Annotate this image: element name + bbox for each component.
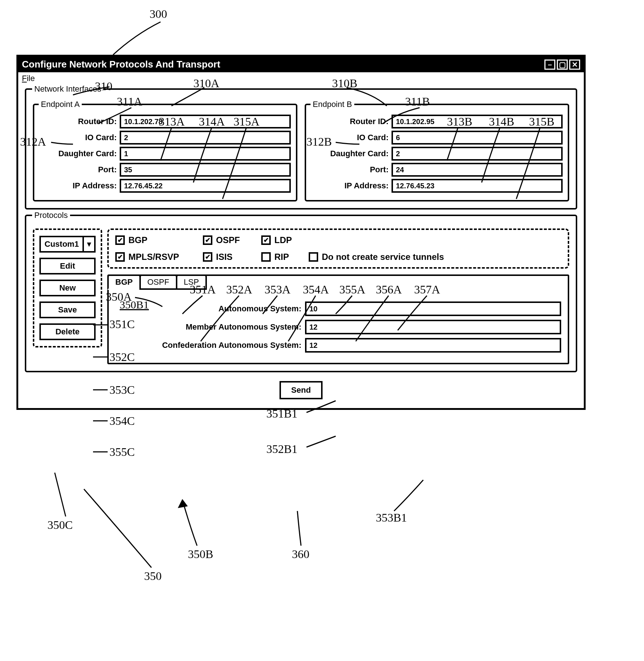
callout-352A: 352A [226,283,252,296]
callout-355A: 355A [339,283,365,296]
daughter-card-b-label: Daughter Card: [311,149,392,158]
io-card-b-input[interactable] [392,131,563,145]
send-button[interactable]: Send [279,381,323,399]
confed-as-input[interactable] [305,338,561,353]
port-a-input[interactable] [120,163,291,177]
mpls-checkbox[interactable]: ✔MPLS/RSVP [115,252,203,262]
tab-bgp[interactable]: BGP [107,274,141,290]
router-id-b-label: Router ID: [311,117,392,126]
profile-dropdown[interactable]: Custom1 ▼ [39,236,96,253]
minimize-icon[interactable]: – [544,59,555,70]
callout-353B1: 353B1 [376,511,407,524]
callout-314A: 314A [199,115,225,128]
callout-350B: 350B [188,547,213,561]
daughter-card-a-input[interactable] [120,147,291,161]
ospf-checkbox[interactable]: ✔OSPF [203,235,261,245]
port-b-input[interactable] [392,163,563,177]
callout-310A: 310A [193,77,219,90]
callout-360: 360 [292,547,309,561]
config-window: Configure Network Protocols And Transpor… [16,55,586,410]
titlebar: Configure Network Protocols And Transpor… [18,57,584,72]
no-tunnels-check-label: Do not create service tunnels [322,252,444,262]
callout-315B: 315B [529,115,554,128]
protocols-legend: Protocols [32,211,70,220]
network-interfaces-legend: Network Interfaces [32,84,103,94]
confed-as-label: Confederation Autonomous System: [115,341,305,350]
bgp-check-label: BGP [128,235,147,245]
delete-button[interactable]: Delete [39,323,96,340]
mpls-check-label: MPLS/RSVP [128,252,179,262]
isis-checkbox[interactable]: ✔ISIS [203,252,261,262]
callout-350: 350 [144,569,162,583]
member-as-input[interactable] [305,320,561,334]
ldp-check-label: LDP [274,235,292,245]
endpoint-b-legend: Endpoint B [311,100,354,109]
port-a-label: Port: [39,165,120,174]
callout-352B1: 352B1 [266,442,297,456]
protocol-tabpane: BGP OSPF LSP 350B1 Autonomous System: Me… [107,274,569,364]
maximize-icon[interactable]: ▢ [557,59,568,70]
callout-312B: 312B [306,135,332,149]
callout-311A: 311A [117,95,142,108]
ip-a-input[interactable] [120,179,291,193]
profile-dropdown-value: Custom1 [39,236,82,253]
ospf-check-label: OSPF [216,235,240,245]
rip-check-label: RIP [274,252,289,262]
callout-313B: 313B [447,115,472,128]
callout-355C: 355C [109,445,135,459]
ip-a-label: IP Address: [39,181,120,191]
menu-file[interactable]: File [22,74,35,83]
router-id-a-label: Router ID: [39,117,120,126]
callout-311B: 311B [405,95,430,108]
callout-313A: 313A [159,115,185,128]
protocol-check-group: ✔BGP ✔OSPF ✔LDP ✔MPLS/RSVP ✔ISIS [107,228,569,269]
io-card-a-label: IO Card: [39,133,120,142]
callout-351A: 351A [190,283,216,296]
endpoint-a-legend: Endpoint A [39,100,82,109]
callout-353C: 353C [109,383,135,397]
isis-check-label: ISIS [216,252,232,262]
window-title: Configure Network Protocols And Transpor… [22,59,220,70]
edit-button[interactable]: Edit [39,258,96,274]
callout-310: 310 [95,80,112,93]
callout-312A: 312A [20,135,46,149]
callout-350A: 350A [106,290,132,304]
ip-b-input[interactable] [392,179,563,193]
callout-314B: 314B [489,115,514,128]
chevron-down-icon: ▼ [82,236,96,253]
callout-353A: 353A [265,283,290,296]
callout-354A: 354A [303,283,329,296]
no-tunnels-checkbox[interactable]: Do not create service tunnels [309,252,561,262]
close-icon[interactable]: ✕ [569,59,580,70]
callout-351C: 351C [109,318,135,331]
daughter-card-a-label: Daughter Card: [39,149,120,158]
autonomous-system-input[interactable] [305,301,561,316]
callout-354C: 354C [109,414,135,428]
svg-marker-0 [179,500,187,507]
save-button[interactable]: Save [39,301,96,318]
network-interfaces-fieldset: Network Interfaces Endpoint A Router ID:… [25,88,577,210]
callout-350C: 350C [47,518,73,532]
callout-357A: 357A [414,283,440,296]
bgp-checkbox[interactable]: ✔BGP [115,235,203,245]
rip-checkbox[interactable]: RIP [261,252,309,262]
port-b-label: Port: [311,165,392,174]
ldp-checkbox[interactable]: ✔LDP [261,235,309,245]
daughter-card-b-input[interactable] [392,147,563,161]
profile-button-group: Custom1 ▼ Edit New Save Delete [33,228,102,347]
tab-ospf[interactable]: OSPF [139,274,177,290]
member-as-label: Member Autonomous System: [115,322,305,332]
callout-352C: 352C [109,350,135,364]
io-card-a-input[interactable] [120,131,291,145]
new-button[interactable]: New [39,280,96,296]
ip-b-label: IP Address: [311,181,392,191]
callout-310B: 310B [332,77,357,90]
callout-351B1: 351B1 [266,407,297,420]
callout-315A: 315A [234,115,259,128]
callout-300: 300 [150,7,167,21]
callout-356A: 356A [376,283,402,296]
